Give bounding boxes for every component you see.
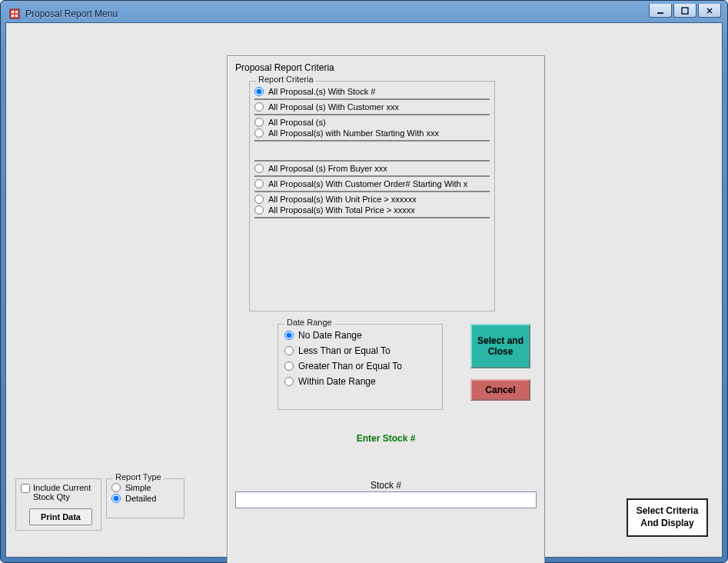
criteria-label: All Proposal (s) From Buyer xxx [268, 164, 387, 173]
svg-rect-5 [657, 12, 663, 14]
criteria-option[interactable]: All Proposal(s) With Total Price > xxxxx [250, 205, 494, 215]
divider [254, 160, 490, 162]
divider [254, 191, 490, 192]
cancel-button[interactable]: Cancel [470, 379, 530, 401]
daterange-option[interactable]: No Date Range [278, 328, 442, 343]
criteria-label: All Proposal(s) With Unit Price > xxxxxx [268, 195, 417, 204]
criteria-radio-1[interactable] [254, 102, 264, 112]
stock-field-label: Stock # [228, 480, 544, 491]
include-current-label: Include Current Stock Qty [33, 483, 96, 501]
criteria-label: All Proposal (s) [268, 118, 326, 127]
svg-rect-0 [10, 9, 19, 18]
date-range-legend: Date Range [284, 318, 334, 327]
svg-rect-4 [15, 15, 18, 17]
criteria-option[interactable]: All Proposal(s) With Unit Price > xxxxxx [250, 194, 494, 205]
svg-rect-3 [12, 15, 14, 17]
divider [254, 217, 490, 218]
report-type-group: Report Type Simple Detailed [106, 478, 184, 518]
report-criteria-group: Report Criteria All Proposal.(s) With St… [249, 81, 495, 311]
criteria-label: All Proposal(s) with Number Starting Wit… [268, 128, 439, 138]
daterange-radio-3[interactable] [284, 377, 294, 386]
criteria-option[interactable]: All Proposal (s) From Buyer xxx [250, 163, 494, 174]
dialog-title: Proposal Report Criteria [228, 56, 544, 76]
svg-rect-1 [12, 11, 14, 13]
criteria-label: All Proposal(s) With Customer Order# Sta… [268, 179, 467, 188]
criteria-radio-5[interactable] [254, 179, 264, 188]
criteria-option[interactable]: All Proposal.(s) With Stock # [250, 86, 494, 97]
report-type-label: Detailed [125, 494, 156, 503]
window-title: Proposal Report Menu [25, 8, 118, 19]
report-type-label: Simple [125, 483, 151, 492]
criteria-dialog: Proposal Report Criteria Report Criteria… [227, 55, 545, 563]
criteria-radio-7[interactable] [254, 205, 264, 215]
window-frame: Proposal Report Menu Proposal Report Cri… [0, 0, 728, 563]
criteria-radio-2[interactable] [254, 118, 264, 127]
divider [254, 114, 490, 115]
app-icon [8, 8, 21, 20]
criteria-radio-4[interactable] [254, 164, 264, 173]
criteria-option[interactable]: All Proposal(s) with Number Starting Wit… [250, 128, 494, 138]
daterange-radio-1[interactable] [284, 346, 294, 355]
criteria-label: All Proposal (s) With Customer xxx [268, 102, 399, 112]
criteria-option[interactable]: All Proposal(s) With Customer Order# Sta… [250, 178, 494, 189]
criteria-radio-6[interactable] [254, 195, 264, 204]
criteria-option[interactable]: All Proposal (s) With Customer xxx [250, 102, 494, 112]
client-area: Proposal Report Criteria Report Criteria… [5, 22, 723, 558]
report-type-option[interactable]: Simple [107, 482, 184, 493]
daterange-option[interactable]: Within Date Range [278, 374, 442, 389]
report-type-radio-detailed[interactable] [111, 494, 121, 503]
criteria-radio-0[interactable] [254, 87, 264, 96]
daterange-label: Within Date Range [298, 376, 376, 387]
divider [254, 98, 490, 100]
report-criteria-legend: Report Criteria [256, 75, 316, 84]
divider [254, 175, 490, 177]
include-current-group: Include Current Stock Qty Print Data [15, 478, 101, 531]
daterange-radio-0[interactable] [284, 331, 294, 340]
stock-number-input[interactable] [235, 491, 537, 508]
report-type-legend: Report Type [113, 472, 164, 481]
titlebar[interactable]: Proposal Report Menu [5, 5, 723, 22]
maximize-button[interactable] [673, 4, 696, 18]
criteria-label: All Proposal(s) With Total Price > xxxxx [268, 205, 415, 215]
include-current-checkbox[interactable] [21, 484, 30, 493]
daterange-label: No Date Range [298, 330, 362, 341]
date-range-group: Date Range No Date Range Less Than or Eq… [278, 324, 443, 410]
report-type-radio-simple[interactable] [111, 483, 121, 492]
daterange-radio-2[interactable] [284, 361, 294, 371]
daterange-label: Greater Than or Equal To [298, 361, 402, 371]
daterange-option[interactable]: Greater Than or Equal To [278, 358, 442, 374]
criteria-option[interactable]: All Proposal (s) [250, 117, 494, 128]
spacer [250, 143, 494, 158]
daterange-label: Less Than or Equal To [298, 345, 391, 356]
criteria-radio-3[interactable] [254, 128, 264, 138]
select-and-close-button[interactable]: Select and Close [470, 324, 530, 368]
include-current-row[interactable]: Include Current Stock Qty [16, 479, 101, 501]
window-buttons [649, 4, 721, 18]
close-button[interactable] [698, 4, 721, 18]
select-criteria-and-display-button[interactable]: Select Criteria And Display [627, 498, 708, 537]
print-data-button[interactable]: Print Data [29, 508, 92, 525]
enter-stock-prompt: Enter Stock # [228, 433, 544, 444]
daterange-option[interactable]: Less Than or Equal To [278, 343, 442, 358]
minimize-button[interactable] [649, 4, 672, 18]
report-type-option[interactable]: Detailed [107, 493, 184, 504]
criteria-label: All Proposal.(s) With Stock # [268, 87, 375, 96]
divider [254, 140, 490, 142]
svg-rect-2 [15, 11, 18, 13]
svg-rect-6 [682, 8, 688, 14]
